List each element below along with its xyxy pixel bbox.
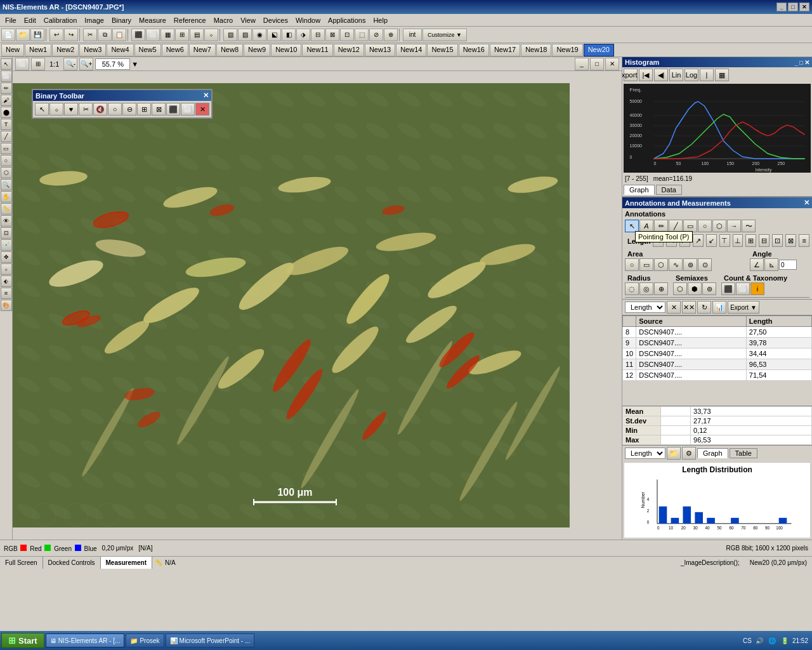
tb-customize[interactable]: Customize ▼ <box>422 29 467 41</box>
tool-measure[interactable]: 📏 <box>1 203 12 215</box>
length-dropdown[interactable]: Length Area Angle <box>625 302 665 313</box>
bin-tool-8[interactable]: ⊞ <box>137 103 151 116</box>
new11-button[interactable]: New11 <box>302 44 332 56</box>
tool-zoom-in[interactable]: 🔍 <box>1 179 12 190</box>
img-maximize[interactable]: □ <box>590 58 604 70</box>
count-tool-1[interactable]: ⬛ <box>721 282 735 295</box>
taskbar-ppt-btn[interactable]: 📊 Microsoft PowerPoint - ... <box>166 633 255 647</box>
tb-icon9[interactable]: ◉ <box>252 29 266 41</box>
ann-poly-tool[interactable]: ⬡ <box>712 220 726 232</box>
save-button[interactable]: 💾 <box>30 29 44 41</box>
new6-button[interactable]: New6 <box>162 44 188 56</box>
open-button[interactable]: 📁 <box>16 29 30 41</box>
tab-data[interactable]: Data <box>656 185 682 195</box>
zoom-input[interactable] <box>95 58 130 70</box>
img-tb-1[interactable]: ⬜ <box>15 58 29 70</box>
annotations-close[interactable]: ✕ <box>804 199 809 207</box>
menu-reference[interactable]: Reference <box>170 15 210 25</box>
minimize-button[interactable]: _ <box>776 3 787 11</box>
new4-button[interactable]: New4 <box>107 44 133 56</box>
len-tool-9[interactable]: ⊟ <box>759 234 769 247</box>
tool-move[interactable]: ✥ <box>1 251 12 263</box>
tb-int-button[interactable]: int <box>403 29 422 41</box>
hist-tool-4[interactable]: ▦ <box>715 69 729 81</box>
histogram-maximize[interactable]: □ <box>799 59 803 66</box>
bin-tool-10[interactable]: ⬛ <box>166 103 180 116</box>
redo-button[interactable]: ↪ <box>64 29 78 41</box>
len-tool-11[interactable]: ⊠ <box>785 234 796 247</box>
tool-pan[interactable]: ✋ <box>1 191 12 202</box>
count-tool-info[interactable]: i <box>750 282 764 295</box>
hist-export-btn[interactable]: Export ▼ <box>624 69 638 81</box>
menu-applications[interactable]: Applications <box>324 15 369 25</box>
ann-line-tool[interactable]: ╱ <box>669 220 683 232</box>
count-tool-2[interactable]: ⬜ <box>736 282 750 295</box>
radius-tool-3[interactable]: ⊕ <box>654 282 668 295</box>
tb-icon14[interactable]: ⊠ <box>325 29 339 41</box>
maximize-button[interactable]: □ <box>788 3 798 11</box>
new10-button[interactable]: New10 <box>271 44 301 56</box>
chart-table-tab[interactable]: Table <box>730 448 757 458</box>
tb-icon7[interactable]: ▧ <box>223 29 237 41</box>
tool-pencil[interactable]: ✏ <box>1 83 12 94</box>
zoom-in-button[interactable]: 🔍+ <box>79 58 93 70</box>
area-tool-3[interactable]: ⬡ <box>654 258 668 271</box>
img-minimize[interactable]: _ <box>575 58 589 70</box>
zoom-dropdown[interactable]: ▼ <box>131 60 138 68</box>
semi-tool-2[interactable]: ⬢ <box>688 282 702 295</box>
new16-button[interactable]: New16 <box>459 44 489 56</box>
pointing-tool-btn[interactable]: ↖ <box>625 220 639 232</box>
menu-file[interactable]: File <box>1 15 20 25</box>
tool-brush[interactable]: 🖌 <box>1 95 12 106</box>
new3-button[interactable]: New3 <box>79 44 106 56</box>
tab-full-screen[interactable]: Full Screen <box>0 557 43 569</box>
refresh-btn[interactable]: ↻ <box>697 301 711 314</box>
tab-graph[interactable]: Graph <box>624 185 655 195</box>
angle-tool-2[interactable]: ⊾ <box>764 258 778 271</box>
new20-button[interactable]: New20 <box>584 44 614 56</box>
tb-icon6[interactable]: ⬦ <box>204 29 218 41</box>
tb-icon15[interactable]: ⊡ <box>340 29 354 41</box>
ann-curve-tool[interactable]: 〜 <box>742 220 756 232</box>
len-tool-2[interactable]: ⊣ <box>666 234 677 247</box>
tool-color[interactable]: 🎨 <box>1 300 12 311</box>
ann-arrow-tool[interactable]: → <box>727 220 741 232</box>
tb-icon16[interactable]: ⬚ <box>355 29 369 41</box>
del-row-btn[interactable]: ✕ <box>667 301 681 314</box>
ann-text-tool[interactable]: A <box>639 220 653 232</box>
taskbar-nis-btn[interactable]: 🖥 NIS-Elements AR - [... <box>46 633 125 647</box>
len-tool-4[interactable]: ↗ <box>693 234 704 247</box>
area-tool-1[interactable]: ○ <box>625 258 639 271</box>
len-tool-5[interactable]: ↙ <box>706 234 717 247</box>
ann-pencil-tool[interactable]: ✏ <box>654 220 668 232</box>
tb-icon3[interactable]: ▦ <box>160 29 174 41</box>
new5-button[interactable]: New5 <box>134 44 161 56</box>
hist-log[interactable]: Log <box>684 69 698 81</box>
tb-icon8[interactable]: ▨ <box>238 29 252 41</box>
new2-button[interactable]: New2 <box>52 44 79 56</box>
angle-tool-1[interactable]: ∠ <box>750 258 764 271</box>
data-export-btn[interactable]: Export ▼ <box>728 301 759 314</box>
len-tool-1[interactable]: ↖ <box>653 234 664 247</box>
tool-text[interactable]: T <box>1 119 12 130</box>
histogram-minimize[interactable]: _ <box>794 59 798 66</box>
new7-button[interactable]: New7 <box>189 44 216 56</box>
chart-graph-tab[interactable]: Graph <box>697 448 728 458</box>
chart-btn[interactable]: 📊 <box>712 301 726 314</box>
undo-button[interactable]: ↩ <box>49 29 63 41</box>
tool-eye[interactable]: 👁 <box>1 215 12 227</box>
area-tool-4[interactable]: ∿ <box>669 258 683 271</box>
bin-tool-9[interactable]: ⊠ <box>152 103 166 116</box>
tool-rect[interactable]: ▭ <box>1 143 12 154</box>
menu-image[interactable]: Image <box>81 15 108 25</box>
bin-tool-close[interactable]: ✕ <box>195 103 209 116</box>
tool-wand[interactable]: ⬖ <box>1 275 12 287</box>
tab-measurement[interactable]: Measurement <box>101 557 152 569</box>
new18-button[interactable]: New18 <box>521 44 551 56</box>
len-tool-7[interactable]: ⊥ <box>733 234 743 247</box>
menu-help[interactable]: Help <box>369 15 391 25</box>
new14-button[interactable]: New14 <box>396 44 426 56</box>
bin-tool-3[interactable]: ♥ <box>64 103 78 116</box>
hist-lin[interactable]: Lin <box>669 69 683 81</box>
tool-poly[interactable]: ⬡ <box>1 167 12 178</box>
